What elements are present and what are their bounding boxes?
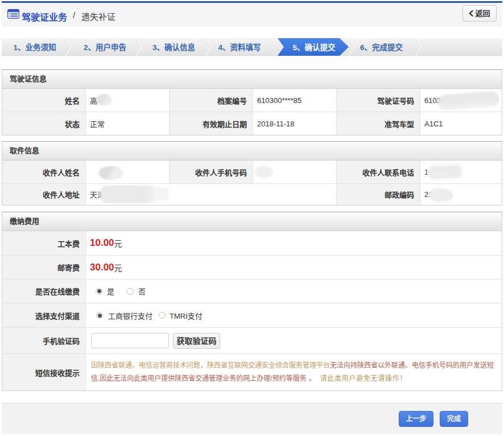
svg-text:6、完成提交: 6、完成提交 — [360, 43, 403, 52]
svg-text:5、确认提交: 5、确认提交 — [292, 43, 336, 52]
svg-text:2、用户申告: 2、用户申告 — [84, 43, 126, 52]
svg-text:1、业务须知: 1、业务须知 — [13, 43, 56, 52]
svg-text:4、资料填写: 4、资料填写 — [218, 43, 261, 52]
svg-text:3、确认信息: 3、确认信息 — [152, 43, 196, 52]
